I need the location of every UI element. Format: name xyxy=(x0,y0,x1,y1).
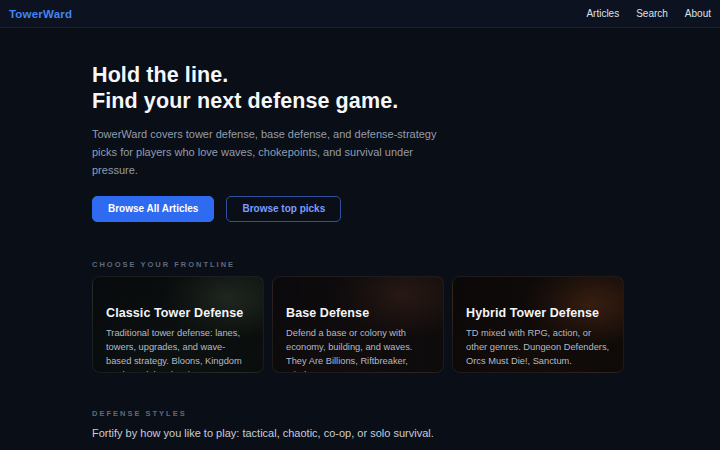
browse-all-articles-button[interactable]: Browse All Articles xyxy=(92,196,214,222)
top-nav: TowerWard Articles Search About xyxy=(0,0,720,28)
card-title: Hybrid Tower Defense xyxy=(466,306,610,320)
defense-styles-intro: Fortify by how you like to play: tactica… xyxy=(92,427,628,439)
card-title: Classic Tower Defense xyxy=(106,306,250,320)
card-description: Defend a base or colony with economy, bu… xyxy=(286,327,430,373)
hero-title: Hold the line. Find your next defense ga… xyxy=(92,62,628,114)
browse-top-picks-button[interactable]: Browse top picks xyxy=(226,196,341,222)
hero-section: Hold the line. Find your next defense ga… xyxy=(0,28,720,222)
card-hybrid-tower-defense[interactable]: Hybrid Tower Defense TD mixed with RPG, … xyxy=(452,276,624,373)
frontline-section: Choose Your Frontline Classic Tower Defe… xyxy=(0,222,720,373)
hero-cta-row: Browse All Articles Browse top picks xyxy=(92,196,628,222)
card-title: Base Defense xyxy=(286,306,430,320)
frontline-eyebrow: Choose Your Frontline xyxy=(92,260,628,269)
card-base-defense[interactable]: Base Defense Defend a base or colony wit… xyxy=(272,276,444,373)
defense-styles-eyebrow: Defense Styles xyxy=(92,409,628,418)
nav-link-about[interactable]: About xyxy=(685,8,711,19)
hero-title-line2: Find your next defense game. xyxy=(92,89,398,113)
hero-subtitle: TowerWard covers tower defense, base def… xyxy=(92,126,452,179)
brand-logo[interactable]: TowerWard xyxy=(9,8,72,20)
card-description: TD mixed with RPG, action, or other genr… xyxy=(466,327,610,369)
hero-subtitle-line2: for players who love waves, chokepoints,… xyxy=(92,146,413,176)
defense-styles-section: Defense Styles Fortify by how you like t… xyxy=(0,373,720,450)
frontline-cards: Classic Tower Defense Traditional tower … xyxy=(92,276,628,373)
nav-link-search[interactable]: Search xyxy=(636,8,668,19)
nav-links: Articles Search About xyxy=(586,8,711,19)
card-description: Traditional tower defense: lanes, towers… xyxy=(106,327,250,373)
nav-link-articles[interactable]: Articles xyxy=(586,8,619,19)
card-classic-tower-defense[interactable]: Classic Tower Defense Traditional tower … xyxy=(92,276,264,373)
hero-title-line1: Hold the line. xyxy=(92,63,228,87)
